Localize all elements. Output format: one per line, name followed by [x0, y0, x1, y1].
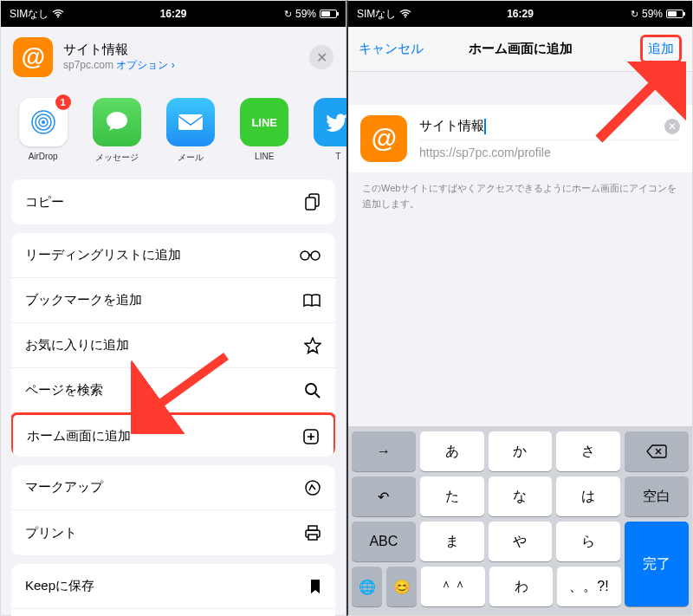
options-link[interactable]: オプション ›	[116, 59, 174, 71]
svg-point-11	[306, 384, 316, 394]
cancel-button[interactable]: キャンセル	[359, 41, 424, 57]
plus-square-icon	[302, 428, 320, 445]
globe-key[interactable]: 🌐	[352, 567, 382, 606]
clear-button[interactable]: ✕	[664, 119, 680, 134]
reading-list-action[interactable]: リーディングリストに追加	[11, 233, 335, 278]
key[interactable]: →	[352, 431, 416, 471]
share-title: サイト情報	[63, 42, 299, 58]
search-icon	[304, 382, 321, 399]
share-header: @ サイト情報 sp7pc.com オプション › ✕	[1, 27, 346, 88]
keep-action[interactable]: Keepに保存	[11, 564, 335, 609]
key[interactable]: や	[489, 522, 553, 561]
markup-action[interactable]: マークアップ	[11, 465, 335, 510]
airdrop-app[interactable]: 1 AirDrop	[6, 98, 80, 164]
svg-point-10	[311, 251, 320, 260]
key[interactable]: 、。?!	[557, 567, 620, 606]
form: @ サイト情報 ✕ https://sp7pc.com/profile	[348, 105, 692, 172]
glasses-icon	[299, 250, 321, 262]
line-app[interactable]: LINE LINE	[228, 98, 301, 164]
svg-rect-8	[306, 198, 315, 210]
key[interactable]: な	[489, 477, 553, 516]
key[interactable]: ↶	[352, 477, 416, 516]
key[interactable]: ま	[420, 522, 484, 561]
app-row: 1 AirDrop メッセージ メール LINE LINE T	[1, 88, 346, 179]
svg-point-13	[306, 481, 320, 495]
space-key[interactable]: 空白	[625, 477, 689, 516]
mail-app[interactable]: メール	[153, 98, 227, 164]
key[interactable]: あ	[420, 431, 484, 471]
print-action[interactable]: プリント	[11, 510, 335, 555]
svg-point-4	[42, 120, 45, 124]
nav-bar: キャンセル ホーム画面に追加 追加	[348, 27, 692, 72]
site-icon: @	[13, 37, 53, 77]
chrome-action[interactable]: Chromeで開く	[11, 609, 335, 616]
url-text: https://sp7pc.com/profile	[419, 146, 680, 159]
emoji-key[interactable]: 😊	[386, 567, 417, 606]
add-homescreen-action[interactable]: ホーム画面に追加	[11, 412, 335, 457]
svg-point-5	[107, 112, 127, 129]
bookmark-icon	[309, 579, 321, 594]
favorite-action[interactable]: お気に入りに追加	[11, 323, 335, 368]
key[interactable]: ら	[556, 522, 620, 561]
delete-key[interactable]	[625, 431, 689, 471]
print-icon	[304, 524, 321, 541]
svg-point-0	[57, 16, 59, 18]
help-text: このWebサイトにすばやくアクセスできるようにホーム画面にアイコンを追加します。	[348, 172, 692, 220]
copy-icon	[304, 192, 321, 211]
bookmark-action[interactable]: ブックマークを追加	[11, 278, 335, 323]
status-bar: SIMなし 16:29 ↻59%	[348, 1, 692, 27]
add-button[interactable]: 追加	[648, 41, 674, 57]
keyboard: → あ か さ ↶ た な は 空白 ABC ま や ら 完了 🌐 😊 ＾＾ わ…	[348, 426, 692, 615]
status-bar: SIMなし 16:29 ↻59%	[1, 1, 346, 27]
site-icon: @	[360, 115, 407, 162]
close-button[interactable]: ✕	[309, 45, 334, 69]
messages-app[interactable]: メッセージ	[80, 98, 153, 164]
svg-point-9	[301, 251, 309, 260]
badge: 1	[55, 94, 71, 110]
key[interactable]: た	[420, 477, 484, 516]
copy-action[interactable]: コピー	[11, 179, 335, 224]
key[interactable]: ＾＾	[421, 567, 484, 606]
key[interactable]: は	[556, 477, 620, 516]
markup-icon	[304, 479, 321, 496]
key[interactable]: わ	[489, 567, 553, 606]
svg-rect-16	[308, 535, 317, 540]
title-input[interactable]: サイト情報	[419, 118, 484, 134]
key[interactable]: さ	[556, 431, 620, 471]
book-icon	[302, 293, 321, 308]
svg-rect-6	[178, 114, 203, 130]
star-icon	[304, 337, 321, 354]
find-action[interactable]: ページを検索	[11, 368, 335, 413]
key[interactable]: か	[489, 431, 553, 471]
svg-point-19	[405, 16, 406, 18]
abc-key[interactable]: ABC	[352, 522, 416, 561]
